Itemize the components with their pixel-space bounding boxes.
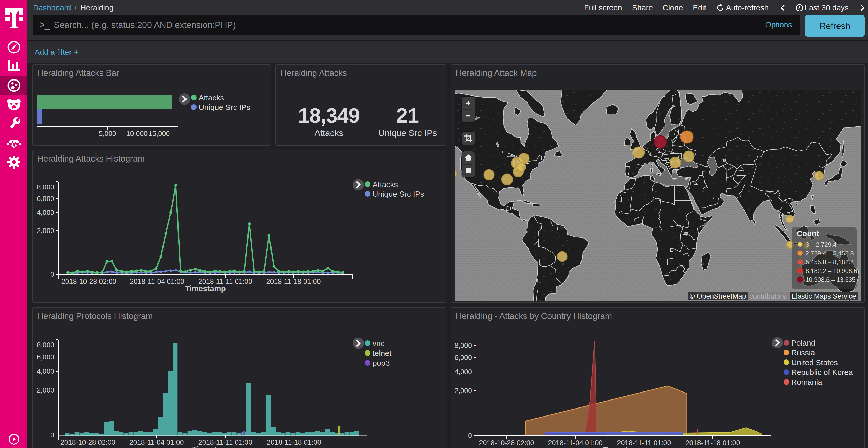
svg-text:2,000: 2,000 xyxy=(455,387,472,394)
svg-text:2018-11-04 01:00: 2018-11-04 01:00 xyxy=(130,278,184,285)
svg-text:telnet: telnet xyxy=(373,349,392,357)
svg-text:6,000: 6,000 xyxy=(37,353,54,361)
svg-text:10,000: 10,000 xyxy=(126,130,148,138)
svg-text:Count: Count xyxy=(797,229,819,238)
svg-text:Timestamp: Timestamp xyxy=(185,284,226,292)
svg-text:8,000: 8,000 xyxy=(37,341,54,349)
svg-text:United States: United States xyxy=(791,358,838,367)
svg-text:2018-11-04 01:00: 2018-11-04 01:00 xyxy=(129,439,184,446)
svg-text:8,000: 8,000 xyxy=(455,342,472,349)
svg-text:Russia: Russia xyxy=(791,348,815,357)
svg-text:Timestamp: Timestamp xyxy=(603,445,644,448)
svg-text:Unique Src IPs: Unique Src IPs xyxy=(199,103,250,111)
svg-text:Unique Src IPs: Unique Src IPs xyxy=(373,190,424,198)
svg-text:5,455.8 – 8,182.2: 5,455.8 – 8,182.2 xyxy=(805,259,854,266)
svg-text:0: 0 xyxy=(51,431,54,439)
svg-text:2018-11-04 01:00: 2018-11-04 01:00 xyxy=(548,439,602,447)
svg-text:4,000: 4,000 xyxy=(455,368,472,376)
svg-text:8,182.2 – 10,908.6: 8,182.2 – 10,908.6 xyxy=(805,267,857,274)
svg-text:5,000: 5,000 xyxy=(99,130,116,138)
svg-text:15,000: 15,000 xyxy=(149,130,170,138)
svg-text:4,000: 4,000 xyxy=(37,209,54,216)
svg-text:2018-10-28 02:00: 2018-10-28 02:00 xyxy=(61,278,116,285)
svg-text:6,000: 6,000 xyxy=(37,195,54,203)
svg-text:Attacks: Attacks xyxy=(373,180,398,188)
svg-text:2,000: 2,000 xyxy=(37,227,54,235)
svg-text:2,729.4 – 5,455.8: 2,729.4 – 5,455.8 xyxy=(805,250,854,257)
svg-text:vnc: vnc xyxy=(373,339,385,348)
svg-text:2018-11-18 01:00: 2018-11-18 01:00 xyxy=(266,278,320,285)
svg-text:4,000: 4,000 xyxy=(37,368,54,375)
svg-text:2018-11-18 01:00: 2018-11-18 01:00 xyxy=(685,439,740,447)
svg-text:pop3: pop3 xyxy=(373,359,390,367)
svg-text:Timestamp: Timestamp xyxy=(192,445,233,448)
svg-text:Attacks: Attacks xyxy=(199,94,224,102)
svg-text:Poland: Poland xyxy=(791,339,815,347)
svg-text:8,000: 8,000 xyxy=(37,183,54,191)
svg-text:6,000: 6,000 xyxy=(455,354,472,361)
svg-text:10,908.6 – 13,635: 10,908.6 – 13,635 xyxy=(805,276,856,283)
svg-text:2018-10-28 02:00: 2018-10-28 02:00 xyxy=(60,439,115,446)
svg-text:Romania: Romania xyxy=(791,378,822,386)
svg-text:2,000: 2,000 xyxy=(37,386,54,394)
svg-text:0: 0 xyxy=(468,432,472,440)
svg-text:Republic of Korea: Republic of Korea xyxy=(791,368,853,377)
svg-text:3 – 2,729.4: 3 – 2,729.4 xyxy=(805,241,836,248)
svg-text:2018-11-18 01:00: 2018-11-18 01:00 xyxy=(267,439,321,446)
svg-text:2018-10-28 02:00: 2018-10-28 02:00 xyxy=(479,439,534,447)
svg-text:0: 0 xyxy=(51,271,54,278)
